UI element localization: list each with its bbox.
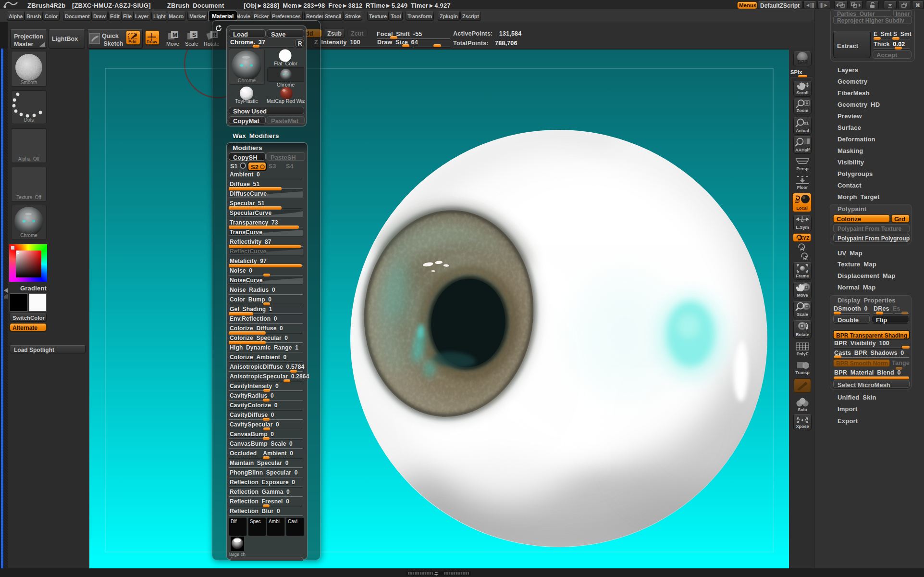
svg-text:x1: x1 <box>804 121 809 125</box>
svg-text:Draw: Draw <box>147 39 158 44</box>
svg-text:XYZ: XYZ <box>800 235 810 241</box>
svg-text:Y: Y <box>802 247 805 251</box>
svg-text:Edit: Edit <box>128 39 136 44</box>
svg-text:BPR: BPR <box>798 60 808 65</box>
svg-text:S: S <box>192 32 196 38</box>
svg-text:M: M <box>172 32 177 38</box>
svg-text:Z: Z <box>805 256 808 261</box>
